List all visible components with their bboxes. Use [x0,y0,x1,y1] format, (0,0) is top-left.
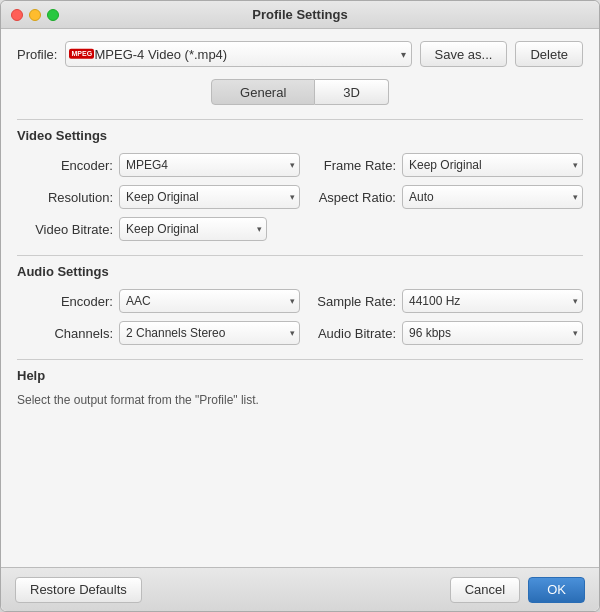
audio-settings-title: Audio Settings [17,264,583,279]
sample-rate-select[interactable]: 44100 Hz 22050 Hz 48000 Hz [402,289,583,313]
video-bitrate-label: Video Bitrate: [33,222,113,237]
aspect-ratio-select[interactable]: Auto 16:9 4:3 [402,185,583,209]
aspect-ratio-select-wrapper: Auto 16:9 4:3 ▾ [402,185,583,209]
main-content: Profile: MPEG MPEG-4 Video (*.mp4) ▾ Sav… [1,29,599,567]
frame-rate-select[interactable]: Keep Original 24 30 [402,153,583,177]
resolution-row: Resolution: Keep Original 1920x1080 1280… [33,185,300,209]
help-text: Select the output format from the "Profi… [17,393,583,407]
encoder-select-wrapper: MPEG4 H.264 H.265 ▾ [119,153,300,177]
channels-select-wrapper: 2 Channels Stereo Mono 5.1 Surround ▾ [119,321,300,345]
ok-button[interactable]: OK [528,577,585,603]
tabs-row: General 3D [17,79,583,105]
profile-select[interactable]: MPEG-4 Video (*.mp4) [65,41,411,67]
help-title: Help [17,368,583,383]
traffic-lights [11,9,59,21]
audio-bitrate-label: Audio Bitrate: [316,326,396,341]
help-section: Help Select the output format from the "… [17,359,583,407]
encoder-select[interactable]: MPEG4 H.264 H.265 [119,153,300,177]
tab-general[interactable]: General [211,79,315,105]
title-bar: Profile Settings [1,1,599,29]
channels-select[interactable]: 2 Channels Stereo Mono 5.1 Surround [119,321,300,345]
video-bitrate-row: Video Bitrate: Keep Original 1000 kbps 2… [17,217,583,241]
channels-label: Channels: [33,326,113,341]
minimize-button[interactable] [29,9,41,21]
sample-rate-select-wrapper: 44100 Hz 22050 Hz 48000 Hz ▾ [402,289,583,313]
cancel-button[interactable]: Cancel [450,577,520,603]
audio-bitrate-select-wrapper: 96 kbps 128 kbps 192 kbps 256 kbps ▾ [402,321,583,345]
video-settings-section: Video Settings Encoder: MPEG4 H.264 H.26… [17,119,583,241]
resolution-select-wrapper: Keep Original 1920x1080 1280x720 ▾ [119,185,300,209]
profile-settings-window: Profile Settings Profile: MPEG MPEG-4 Vi… [0,0,600,612]
audio-fields-grid: Encoder: AAC MP3 FLAC ▾ Sample Rate: [17,289,583,345]
bottom-bar: Restore Defaults Cancel OK [1,567,599,611]
audio-bitrate-select[interactable]: 96 kbps 128 kbps 192 kbps 256 kbps [402,321,583,345]
channels-row: Channels: 2 Channels Stereo Mono 5.1 Sur… [33,321,300,345]
video-bitrate-select-wrapper: Keep Original 1000 kbps 2000 kbps ▾ [119,217,267,241]
resolution-select[interactable]: Keep Original 1920x1080 1280x720 [119,185,300,209]
window-title: Profile Settings [252,7,347,22]
audio-encoder-label: Encoder: [33,294,113,309]
sample-rate-label: Sample Rate: [316,294,396,309]
profile-label: Profile: [17,47,57,62]
save-as-button[interactable]: Save as... [420,41,508,67]
audio-encoder-row: Encoder: AAC MP3 FLAC ▾ [33,289,300,313]
audio-encoder-select-wrapper: AAC MP3 FLAC ▾ [119,289,300,313]
audio-settings-section: Audio Settings Encoder: AAC MP3 FLAC ▾ [17,255,583,345]
tab-3d[interactable]: 3D [315,79,389,105]
resolution-label: Resolution: [33,190,113,205]
delete-button[interactable]: Delete [515,41,583,67]
video-settings-title: Video Settings [17,128,583,143]
video-fields-grid: Encoder: MPEG4 H.264 H.265 ▾ Frame Rate: [17,153,583,209]
aspect-ratio-label: Aspect Ratio: [316,190,396,205]
frame-rate-label: Frame Rate: [316,158,396,173]
bottom-right-buttons: Cancel OK [450,577,585,603]
sample-rate-row: Sample Rate: 44100 Hz 22050 Hz 48000 Hz … [316,289,583,313]
restore-defaults-button[interactable]: Restore Defaults [15,577,142,603]
frame-rate-select-wrapper: Keep Original 24 30 ▾ [402,153,583,177]
audio-encoder-select[interactable]: AAC MP3 FLAC [119,289,300,313]
maximize-button[interactable] [47,9,59,21]
video-bitrate-select[interactable]: Keep Original 1000 kbps 2000 kbps [119,217,267,241]
encoder-label: Encoder: [33,158,113,173]
close-button[interactable] [11,9,23,21]
aspect-ratio-row: Aspect Ratio: Auto 16:9 4:3 ▾ [316,185,583,209]
audio-bitrate-row: Audio Bitrate: 96 kbps 128 kbps 192 kbps… [316,321,583,345]
encoder-row: Encoder: MPEG4 H.264 H.265 ▾ [33,153,300,177]
frame-rate-row: Frame Rate: Keep Original 24 30 ▾ [316,153,583,177]
profile-row: Profile: MPEG MPEG-4 Video (*.mp4) ▾ Sav… [17,41,583,67]
